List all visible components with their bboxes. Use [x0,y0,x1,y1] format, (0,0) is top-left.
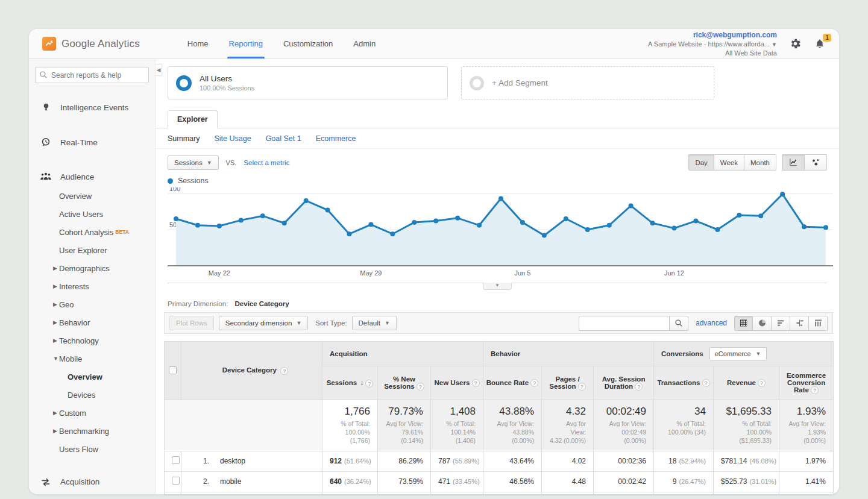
data-point[interactable] [195,223,200,228]
dimension-column-header[interactable]: Device Category ? [181,342,322,400]
device-category-value[interactable]: desktop [220,457,245,465]
account-switcher[interactable]: rick@webgumption.com A Sample Website - … [648,30,777,58]
sidebar-item-mobile[interactable]: ▼Mobile [29,350,155,368]
data-point[interactable] [520,220,525,225]
select-metric-link[interactable]: Select a metric [244,159,289,166]
google-analytics-logo[interactable]: Google Analytics [42,29,140,58]
data-point[interactable] [823,225,828,230]
search-input[interactable] [35,67,149,83]
sidebar-item-demographics[interactable]: ▶Demographics [29,259,155,277]
metric-dropdown[interactable]: Sessions▼ [168,155,219,170]
data-point[interactable] [217,224,222,228]
granularity-month[interactable]: Month [744,154,776,171]
motion-chart-view-button[interactable] [805,154,827,171]
row-checkbox[interactable] [172,477,180,485]
sidebar-item-overview[interactable]: Overview [29,368,155,386]
subtab-goal-set-1[interactable]: Goal Set 1 [266,134,301,143]
help-icon[interactable]: ? [811,386,819,394]
data-point[interactable] [239,218,244,222]
data-point[interactable] [758,213,763,218]
sidebar-item-intelligence-events[interactable]: Intelligence Events [29,96,155,118]
data-point[interactable] [455,216,460,221]
column-header-avg-session-duration[interactable]: Avg. Session Duration ? [594,366,654,400]
data-point[interactable] [802,224,807,229]
plot-rows-button[interactable]: Plot Rows [169,316,214,330]
column-header-transactions[interactable]: Transactions ? [654,366,714,400]
subtab-ecommerce[interactable]: Ecommerce [316,134,356,143]
chart-collapse-handle[interactable]: ▼ [483,283,512,290]
tab-explorer[interactable]: Explorer [168,110,218,128]
line-chart-view-button[interactable] [782,154,805,171]
data-point[interactable] [304,198,309,203]
data-point[interactable] [390,231,395,236]
help-icon[interactable]: ? [758,379,766,387]
data-point[interactable] [477,223,482,228]
data-point[interactable] [564,216,568,221]
data-point[interactable] [693,219,698,224]
sidebar-collapse-icon[interactable]: ◀ [156,64,162,76]
sidebar-item-custom[interactable]: ▶Custom [29,404,155,422]
data-point[interactable] [650,221,655,225]
granularity-week[interactable]: Week [714,154,744,171]
sidebar-item-overview[interactable]: Overview [29,187,155,205]
segment-all-users[interactable]: All Users 100.00% Sessions [168,66,448,99]
subtab-site-usage[interactable]: Site Usage [214,134,251,143]
column-header-bounce-rate[interactable]: Bounce Rate ? [483,366,542,400]
nav-item-customization[interactable]: Customization [273,29,343,58]
data-point[interactable] [347,231,351,236]
conversions-goal-dropdown[interactable]: eCommerce▼ [709,347,767,360]
advanced-search-link[interactable]: advanced [696,319,727,327]
sidebar-item-acquisition[interactable]: Acquisition [29,471,155,492]
nav-item-home[interactable]: Home [177,29,219,58]
settings-gear-icon[interactable] [789,37,802,50]
data-point[interactable] [542,233,547,238]
help-icon[interactable]: ? [578,383,586,391]
column-header-new-users[interactable]: New Users ? [431,366,483,400]
table-search-input[interactable] [579,316,669,331]
data-point[interactable] [174,216,178,221]
sidebar-item-behavior[interactable]: ▶Behavior [29,313,155,331]
account-email[interactable]: rick@webgumption.com [648,30,777,40]
data-point[interactable] [780,192,785,196]
granularity-day[interactable]: Day [688,154,714,171]
column-header-ecommerce-conversion-rate[interactable]: Ecommerce Conversion Rate ? [779,366,834,400]
pivot-view-button[interactable] [809,316,828,331]
help-icon[interactable]: ? [702,379,710,387]
column-header-sessions[interactable]: Sessions↓ ? [322,366,378,400]
sidebar-item-benchmarking[interactable]: ▶Benchmarking [29,422,155,440]
select-all-checkbox[interactable] [169,366,177,374]
table-search-button[interactable] [669,316,688,331]
data-point[interactable] [282,221,287,225]
notifications-bell-icon[interactable]: 1 [814,38,826,50]
help-icon[interactable]: ? [417,383,424,391]
row-checkbox[interactable] [172,456,180,464]
nav-item-admin[interactable]: Admin [343,29,386,58]
sidebar-item-technology[interactable]: ▶Technology [29,331,155,350]
sidebar-item-geo[interactable]: ▶Geo [29,295,155,313]
percentage-view-button[interactable] [753,316,772,331]
subtab-summary[interactable]: Summary [168,134,200,143]
column-header-revenue[interactable]: Revenue ? [714,366,779,400]
data-point[interactable] [607,223,612,228]
data-point[interactable] [715,227,720,232]
data-point[interactable] [368,222,373,227]
sidebar-item-cohort-analysis[interactable]: Cohort AnalysisBETA [29,223,155,241]
sidebar-item-audience[interactable]: Audience [29,166,155,187]
data-point[interactable] [498,196,503,201]
sidebar-item-users-flow[interactable]: Users Flow [29,440,155,458]
sort-type-dropdown[interactable]: Default▼ [352,316,397,330]
data-point[interactable] [737,213,741,218]
help-icon[interactable]: ? [472,379,480,387]
comparison-view-button[interactable] [790,316,809,331]
device-category-value[interactable]: mobile [220,477,241,486]
sidebar-item-real-time[interactable]: Real-Time [29,131,155,153]
nav-item-reporting[interactable]: Reporting [219,29,273,58]
sidebar-item-active-users[interactable]: Active Users [29,205,155,223]
primary-dimension-value[interactable]: Device Category [235,300,289,307]
add-segment-button[interactable]: + Add Segment [461,66,714,99]
sidebar-item-devices[interactable]: Devices [29,386,155,404]
data-point[interactable] [326,208,330,213]
performance-view-button[interactable] [772,316,790,331]
sidebar-item-interests[interactable]: ▶Interests [29,277,155,295]
help-icon[interactable]: ? [365,380,373,388]
